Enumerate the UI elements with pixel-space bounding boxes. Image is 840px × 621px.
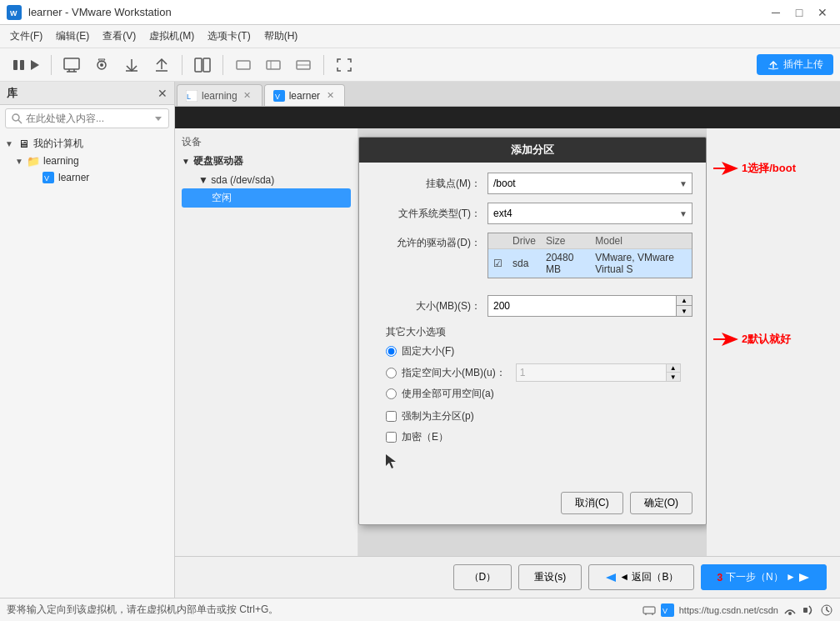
other-button[interactable]: （D） [453, 564, 512, 590]
specified-spin-down[interactable]: ▼ [666, 373, 681, 382]
encrypt-checkbox[interactable] [386, 432, 397, 443]
upload-button[interactable] [148, 55, 175, 75]
drive-table: Drive Size Model ☑ [488, 233, 692, 278]
tab-learning-icon: L [186, 90, 198, 102]
panels-button[interactable] [189, 55, 216, 75]
size-options-title: 其它大小选项 [386, 325, 692, 339]
tree-item-mycomputer[interactable]: ▼ 🖥 我的计算机 [0, 135, 174, 153]
library-header: 库 ✕ [0, 82, 174, 105]
svg-marker-25 [155, 117, 162, 121]
col-size: Size [541, 233, 590, 249]
tree-item-learner[interactable]: V learner [0, 169, 174, 186]
drive-checkbox[interactable]: ☑ [488, 249, 508, 278]
plugin-upload-button[interactable]: 插件上传 [757, 54, 833, 75]
menu-help[interactable]: 帮助(H) [258, 28, 305, 45]
radio-fixed[interactable] [386, 346, 397, 357]
status-right: V https://tug.csdn.net/csdn [642, 603, 833, 617]
force-primary-checkbox[interactable] [386, 411, 397, 422]
tree-label-mycomputer: 我的计算机 [33, 137, 83, 151]
drive-row-sda[interactable]: ☑ sda 20480 MB VMware, VMware Virtual S [488, 249, 692, 278]
menu-file[interactable]: 文件(F) [3, 28, 49, 45]
tree-arrow-mycomputer: ▼ [5, 139, 17, 148]
tree-item-learning[interactable]: ▼ 📁 learning [0, 153, 174, 169]
blank1-button[interactable] [230, 55, 257, 75]
device-idle[interactable]: 空闲 [182, 188, 351, 208]
minimize-button[interactable]: ─ [765, 4, 787, 21]
svg-rect-17 [237, 61, 250, 69]
specified-spin-buttons: ▲ ▼ [666, 363, 681, 382]
close-button[interactable]: ✕ [812, 4, 833, 21]
tab-learning-close[interactable]: ✕ [242, 90, 253, 102]
mount-point-row: 挂载点(M)： /boot [372, 173, 692, 194]
menu-edit[interactable]: 编辑(E) [49, 28, 96, 45]
menu-vm[interactable]: 虚拟机(M) [142, 28, 201, 45]
vm-header-bar [175, 107, 840, 128]
dropdown-icon [153, 113, 163, 123]
size-spin-down[interactable]: ▼ [676, 306, 692, 317]
radio-specified[interactable] [386, 368, 397, 378]
dialog-title: 添加分区 [359, 138, 706, 163]
tray-vm-icon: V [661, 603, 674, 617]
drive-model: VMware, VMware Virtual S [590, 249, 692, 278]
radio-specified-label: 指定空间大小(MB)(u)： [402, 366, 506, 380]
tabs-bar: L learning ✕ V learner ✕ [175, 82, 840, 107]
mount-label: 挂载点(M)： [372, 177, 481, 191]
fs-label: 文件系统类型(T)： [372, 207, 481, 221]
cursor-area [372, 451, 692, 475]
download-button[interactable] [118, 55, 145, 75]
blank3-button[interactable] [290, 55, 317, 75]
menu-tabs[interactable]: 选项卡(T) [201, 28, 257, 45]
menu-view[interactable]: 查看(V) [96, 28, 142, 45]
search-icon [11, 113, 22, 124]
radio-use-all[interactable] [386, 388, 397, 399]
tray-speaker-icon [802, 603, 815, 617]
red-arrow-2 [713, 331, 738, 348]
fullscreen-button[interactable] [331, 55, 358, 75]
ok-button[interactable]: 确定(O) [630, 492, 692, 514]
size-spin-up[interactable]: ▲ [676, 295, 692, 306]
toolbar: 插件上传 [0, 48, 840, 82]
specified-size-input[interactable] [516, 363, 666, 382]
menu-bar: 文件(F) 编辑(E) 查看(V) 虚拟机(M) 选项卡(T) 帮助(H) [0, 25, 840, 48]
monitor-button[interactable] [58, 55, 85, 75]
svg-marker-37 [606, 573, 616, 582]
svg-marker-4 [31, 60, 39, 70]
blank2-button[interactable] [260, 55, 287, 75]
fs-select[interactable]: ext4 [488, 203, 692, 224]
snapshot-button[interactable] [88, 55, 115, 75]
svg-rect-39 [643, 607, 655, 613]
back-button[interactable]: ◄ 返回（B） [588, 564, 694, 590]
library-tree: ▼ 🖥 我的计算机 ▼ 📁 learning V learner [0, 132, 174, 598]
reset-button[interactable]: 重设(s) [518, 564, 582, 590]
size-input[interactable] [488, 295, 676, 317]
radio-fixed-label: 固定大小(F) [402, 344, 454, 358]
tab-learner[interactable]: V learner ✕ [264, 84, 345, 106]
size-options: 其它大小选项 固定大小(F) 指定空间大小(MB)(u)： [372, 325, 692, 401]
status-bar: 要将输入定向到该虚拟机，请在虚拟机内部单击或按 Ctrl+G。 V https:… [0, 598, 840, 621]
dialog-body: 挂载点(M)： /boot 文件系统类型(T)： [359, 163, 706, 485]
tab-learning[interactable]: L learning ✕ [177, 84, 262, 106]
tab-learner-close[interactable]: ✕ [324, 90, 336, 102]
specified-spin-up[interactable]: ▲ [666, 363, 681, 373]
library-search-input[interactable] [26, 113, 153, 124]
next-button[interactable]: 3 下一步（N） ► [701, 564, 827, 590]
title-bar: W learner - VMware Workstation ─ □ ✕ [0, 0, 840, 25]
svg-marker-32 [386, 454, 396, 468]
svg-point-23 [12, 114, 19, 121]
mount-select[interactable]: /boot [488, 173, 692, 194]
annotation-default: 2默认就好 [713, 331, 833, 348]
pause-button[interactable] [7, 56, 44, 74]
radio-fixed-size: 固定大小(F) [386, 344, 692, 358]
device-sda[interactable]: ▼ sda (/dev/sda) [182, 172, 351, 188]
radio-specified-size: 指定空间大小(MB)(u)： ▲ ▼ [386, 363, 692, 382]
annotation-boot: 1选择/boot [713, 160, 833, 177]
library-close-button[interactable]: ✕ [158, 87, 168, 100]
tray-clock-icon [820, 603, 833, 617]
size-label: 大小(MB)(S)： [372, 299, 481, 313]
force-primary-label: 强制为主分区(p) [402, 409, 474, 423]
restore-button[interactable]: □ [788, 4, 810, 21]
cancel-button[interactable]: 取消(C) [561, 492, 623, 514]
svg-rect-3 [20, 60, 24, 70]
tray-url: https://tug.csdn.net/csdn [679, 605, 778, 615]
library-search[interactable] [5, 108, 169, 128]
